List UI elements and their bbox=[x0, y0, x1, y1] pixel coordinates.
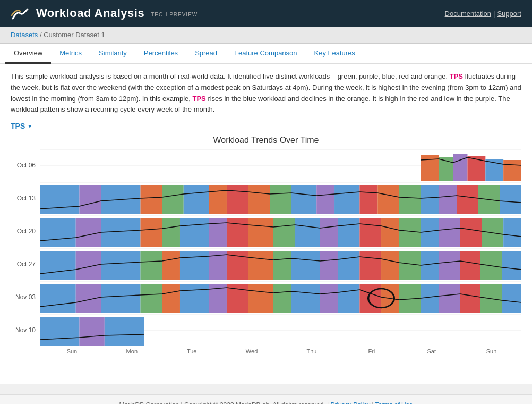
description-text: This sample workload analysis is based o… bbox=[11, 71, 521, 115]
breadcrumb-current: Customer Dataset 1 bbox=[44, 31, 105, 39]
tab-metrics[interactable]: Metrics bbox=[51, 44, 90, 64]
tab-similarity[interactable]: Similarity bbox=[90, 44, 135, 64]
row-label-nov03: Nov 03 bbox=[11, 293, 40, 301]
logo bbox=[11, 4, 30, 23]
chart-rows: Oct 06 10 5 0 bbox=[11, 149, 521, 355]
breadcrumb-separator: / bbox=[40, 31, 42, 39]
tab-bar: Overview Metrics Similarity Percentiles … bbox=[0, 44, 532, 64]
svg-rect-40 bbox=[76, 218, 101, 247]
svg-rect-112 bbox=[40, 317, 79, 346]
svg-rect-30 bbox=[399, 185, 421, 214]
chart-row-nov10: Nov 10 bbox=[11, 314, 521, 346]
svg-rect-74 bbox=[320, 251, 338, 280]
svg-rect-50 bbox=[320, 218, 338, 247]
tab-overview[interactable]: Overview bbox=[5, 44, 51, 64]
svg-rect-43 bbox=[162, 218, 180, 247]
svg-rect-59 bbox=[503, 218, 521, 247]
svg-rect-81 bbox=[460, 251, 480, 280]
svg-rect-29 bbox=[377, 185, 399, 214]
chart-row-oct06: Oct 06 10 5 0 bbox=[11, 149, 521, 181]
svg-rect-18 bbox=[141, 185, 162, 214]
svg-rect-71 bbox=[248, 251, 273, 280]
svg-rect-107 bbox=[502, 284, 521, 313]
svg-rect-88 bbox=[76, 284, 101, 313]
support-link[interactable]: Support bbox=[497, 10, 521, 18]
svg-rect-46 bbox=[227, 218, 248, 247]
svg-rect-54 bbox=[399, 218, 421, 247]
svg-rect-90 bbox=[141, 284, 162, 313]
svg-rect-98 bbox=[320, 284, 338, 313]
svg-rect-16 bbox=[79, 185, 101, 214]
svg-rect-53 bbox=[381, 218, 399, 247]
svg-rect-95 bbox=[248, 284, 273, 313]
svg-rect-32 bbox=[439, 185, 457, 214]
x-label-tue: Tue bbox=[162, 348, 222, 355]
svg-rect-44 bbox=[180, 218, 209, 247]
svg-rect-11 bbox=[503, 160, 521, 181]
header-left: Workload Analysis TECH PREVIEW bbox=[11, 4, 198, 23]
footer-copyright: MariaDB Corporation | Copyright © 2020 M… bbox=[119, 401, 329, 404]
svg-rect-83 bbox=[502, 251, 521, 280]
svg-rect-78 bbox=[399, 251, 421, 280]
chart-title: Workload Trends Over Time bbox=[11, 136, 521, 145]
footer-sep: | bbox=[372, 401, 374, 404]
tps-highlight-2: TPS bbox=[192, 95, 205, 103]
svg-rect-28 bbox=[359, 185, 377, 214]
main-content: Overview Metrics Similarity Percentiles … bbox=[0, 44, 532, 384]
row-label-oct27: Oct 27 bbox=[11, 260, 40, 268]
svg-rect-103 bbox=[421, 284, 439, 313]
svg-rect-19 bbox=[162, 185, 184, 214]
svg-rect-6 bbox=[421, 155, 439, 181]
chart-area: Oct 06 10 5 0 bbox=[11, 149, 521, 355]
svg-rect-100 bbox=[359, 284, 381, 313]
svg-rect-65 bbox=[101, 251, 140, 280]
svg-rect-67 bbox=[162, 251, 180, 280]
svg-rect-113 bbox=[79, 317, 104, 346]
svg-rect-22 bbox=[227, 185, 248, 214]
row-chart-oct27 bbox=[40, 248, 521, 280]
svg-rect-47 bbox=[248, 218, 273, 247]
row-chart-oct06: 10 5 0 bbox=[40, 149, 521, 181]
row-label-oct06: Oct 06 bbox=[11, 162, 40, 169]
svg-rect-75 bbox=[338, 251, 360, 280]
svg-rect-49 bbox=[295, 218, 320, 247]
chart-container: Workload Trends Over Time Oct 06 10 bbox=[11, 136, 521, 355]
svg-rect-25 bbox=[291, 185, 316, 214]
tab-feature-comparison[interactable]: Feature Comparison bbox=[226, 44, 306, 64]
x-label-sun2: Sun bbox=[461, 348, 521, 355]
content-area: This sample workload analysis is based o… bbox=[0, 64, 532, 360]
svg-rect-97 bbox=[291, 284, 320, 313]
header-right: Documentation | Support bbox=[445, 10, 521, 18]
row-label-oct20: Oct 20 bbox=[11, 228, 40, 235]
svg-rect-79 bbox=[421, 251, 439, 280]
row-chart-nov03: TPS 07-Nov-19 03:39 5.7 bbox=[40, 281, 521, 313]
svg-rect-92 bbox=[180, 284, 209, 313]
tab-spread[interactable]: Spread bbox=[186, 44, 226, 64]
svg-rect-20 bbox=[184, 185, 209, 214]
tab-key-features[interactable]: Key Features bbox=[306, 44, 364, 64]
x-axis: Sun Mon Tue Wed Thu Fri Sat Sun bbox=[40, 348, 521, 355]
svg-rect-31 bbox=[421, 185, 439, 214]
svg-rect-87 bbox=[40, 284, 76, 313]
svg-rect-21 bbox=[209, 185, 227, 214]
privacy-policy-link[interactable]: Privacy Policy bbox=[330, 401, 370, 404]
x-label-thu: Thu bbox=[282, 348, 342, 355]
tech-preview-badge: TECH PREVIEW bbox=[151, 12, 198, 18]
tps-dropdown[interactable]: TPS ▼ bbox=[11, 122, 32, 130]
svg-rect-80 bbox=[439, 251, 460, 280]
svg-rect-39 bbox=[40, 218, 76, 247]
breadcrumb: Datasets / Customer Dataset 1 bbox=[0, 27, 532, 44]
datasets-breadcrumb-link[interactable]: Datasets bbox=[11, 31, 38, 39]
row-chart-oct20 bbox=[40, 215, 521, 247]
terms-of-use-link[interactable]: Terms of Use bbox=[375, 401, 413, 404]
svg-rect-41 bbox=[101, 218, 140, 247]
tab-percentiles[interactable]: Percentiles bbox=[135, 44, 186, 64]
app-title: Workload Analysis bbox=[36, 6, 144, 20]
svg-rect-68 bbox=[180, 251, 209, 280]
x-label-fri: Fri bbox=[341, 348, 401, 355]
svg-rect-33 bbox=[457, 185, 478, 214]
svg-rect-35 bbox=[500, 185, 521, 214]
documentation-link[interactable]: Documentation bbox=[445, 10, 491, 18]
svg-rect-57 bbox=[460, 218, 482, 247]
svg-rect-64 bbox=[76, 251, 101, 280]
